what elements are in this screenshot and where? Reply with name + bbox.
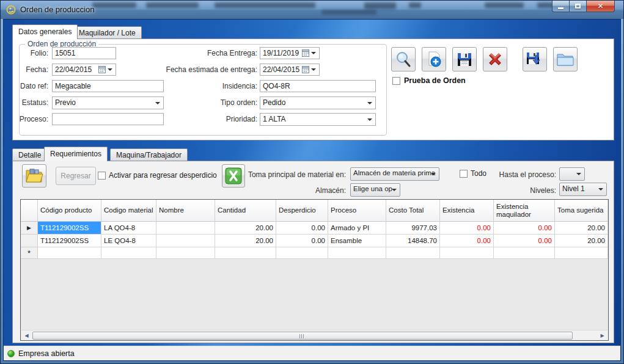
close-button[interactable]: ✕ xyxy=(586,1,615,12)
save-button[interactable] xyxy=(452,47,477,71)
app-window: Orden de produccion ✕ Datos generales Ma… xyxy=(0,0,624,364)
almacen-combobox[interactable]: Elige una op xyxy=(350,183,400,197)
cell-empty[interactable] xyxy=(440,247,494,259)
cell-empty[interactable] xyxy=(101,247,156,259)
cell-existencia-maquilador[interactable]: 0.00 xyxy=(494,222,555,235)
cell-desperdicio[interactable]: 0.00 xyxy=(276,222,328,235)
fecha-estimada-datepicker[interactable]: 22/04/2015 xyxy=(260,64,320,76)
table-row[interactable]: ▶ T112129002SS LA QO4-8 20.00 0.00 Armad… xyxy=(21,222,608,235)
prueba-orden-checkbox[interactable] xyxy=(392,77,400,85)
cell-costo-total[interactable]: 9977.03 xyxy=(386,222,440,235)
row-selector[interactable] xyxy=(21,235,38,247)
title-bar[interactable]: Orden de produccion ✕ xyxy=(1,1,623,19)
cell-existencia[interactable]: 0.00 xyxy=(440,235,494,247)
hasta-proceso-combobox[interactable] xyxy=(559,167,585,181)
table-row[interactable]: T112129002SS LE QO4-8 20.00 0.00 Ensambl… xyxy=(21,235,608,247)
cell-empty[interactable] xyxy=(156,247,215,259)
cell-empty[interactable] xyxy=(276,247,328,259)
search-button[interactable] xyxy=(391,47,416,71)
new-row-icon[interactable]: * xyxy=(21,247,38,259)
tab-datos-generales[interactable]: Datos generales xyxy=(12,24,78,39)
folio-input[interactable]: 15051 xyxy=(52,47,116,59)
cell-empty[interactable] xyxy=(494,247,555,259)
tipo-orden-value: Pedido xyxy=(263,98,285,107)
column-header[interactable]: Nombre xyxy=(156,200,215,222)
todo-checkbox[interactable] xyxy=(460,170,468,178)
glass-blur-artifact xyxy=(364,2,396,9)
cell-cantidad[interactable]: 20.00 xyxy=(215,222,276,235)
cell-proceso[interactable]: Ensamble xyxy=(328,235,386,247)
cell-costo-total[interactable]: 14848.70 xyxy=(386,235,440,247)
cell-codigo-producto[interactable]: T112129002SS xyxy=(38,235,101,247)
cell-empty[interactable] xyxy=(555,247,608,259)
open-button[interactable] xyxy=(553,47,578,71)
cell-nombre[interactable] xyxy=(156,235,215,247)
column-header[interactable]: Toma sugerida xyxy=(555,200,608,222)
maximize-button[interactable] xyxy=(570,1,586,12)
tab-maquilador-lote[interactable]: Maquilador / Lote xyxy=(73,26,142,39)
add-icon xyxy=(425,51,442,68)
fecha-label: Fecha: xyxy=(13,65,48,74)
tab-detalle[interactable]: Detalle xyxy=(12,148,47,161)
cell-codigo-material[interactable]: LE QO4-8 xyxy=(101,235,156,247)
toma-principal-combobox[interactable]: Almacén de materia prima xyxy=(350,167,439,181)
scrollbar-thumb[interactable] xyxy=(32,332,573,340)
open-requerimientos-button[interactable] xyxy=(22,164,46,187)
new-row[interactable]: * xyxy=(21,247,608,259)
save-icon xyxy=(456,51,473,68)
save-export-button[interactable] xyxy=(523,47,547,71)
fecha-datepicker[interactable]: 22/04/2015 xyxy=(52,64,116,76)
hasta-proceso-label: Hasta el proceso: xyxy=(495,170,556,179)
cell-empty[interactable] xyxy=(38,247,101,259)
window-title: Orden de produccion xyxy=(20,5,94,14)
column-header[interactable]: Proceso xyxy=(328,200,386,222)
regresar-desperdicio-checkbox[interactable] xyxy=(98,172,106,180)
fecha-entrega-datepicker[interactable]: 19/11/2019 xyxy=(260,47,320,59)
cell-empty[interactable] xyxy=(328,247,386,259)
niveles-combobox[interactable]: Nivel 1 xyxy=(559,183,607,196)
column-header[interactable]: Costo Total xyxy=(386,200,440,222)
open-folder-icon xyxy=(556,51,574,67)
column-header[interactable]: Codigo material xyxy=(101,200,156,222)
scroll-right-icon[interactable]: ▶ xyxy=(597,330,607,340)
tipo-orden-combobox[interactable]: Pedido xyxy=(260,96,376,109)
insidencia-input[interactable]: QO4-8R xyxy=(260,80,376,92)
cell-existencia-maquilador[interactable]: 0.00 xyxy=(494,235,555,247)
prioridad-combobox[interactable]: 1 ALTA xyxy=(260,113,376,126)
cell-toma-sugerida[interactable]: 20.00 xyxy=(555,235,608,247)
column-header[interactable]: Existencia xyxy=(440,200,494,222)
cell-empty[interactable] xyxy=(215,247,276,259)
client-area: Datos generales Maquilador / Lote Orden … xyxy=(3,19,621,361)
datos-generales-page: Orden de producción Folio: 15051 Fecha: … xyxy=(12,38,614,140)
niveles-value: Nivel 1 xyxy=(562,184,585,193)
almacen-value: Elige una op xyxy=(353,185,392,192)
open-folder-yellow-icon xyxy=(25,168,43,184)
column-header[interactable]: Existencia maquilador xyxy=(494,200,555,222)
cell-toma-sugerida[interactable]: 20.00 xyxy=(555,222,608,235)
cell-desperdicio[interactable]: 0.00 xyxy=(276,235,328,247)
cell-nombre[interactable] xyxy=(156,222,215,235)
close-icon: ✕ xyxy=(597,1,603,12)
calendar-icon xyxy=(98,66,106,73)
tab-maquina-trabajador[interactable]: Maquina/Trabajador xyxy=(110,148,188,161)
scroll-left-icon[interactable]: ◀ xyxy=(21,330,32,340)
cell-proceso[interactable]: Armado y PI xyxy=(328,222,386,235)
row-selector-icon[interactable]: ▶ xyxy=(21,222,38,235)
regresar-button[interactable]: Regresar xyxy=(56,167,96,185)
add-button[interactable] xyxy=(422,47,446,71)
cell-codigo-material[interactable]: LA QO4-8 xyxy=(101,222,156,235)
status-bar: Empresa abierta xyxy=(4,346,620,360)
column-header[interactable]: Desperdicio xyxy=(276,200,328,222)
tab-requerimientos[interactable]: Requerimientos xyxy=(44,147,108,161)
horizontal-scrollbar[interactable]: ◀ ▶ xyxy=(21,330,607,340)
column-header[interactable]: Cantidad xyxy=(215,200,276,222)
chevron-down-icon xyxy=(311,52,316,57)
cell-empty[interactable] xyxy=(386,247,440,259)
cell-codigo-producto[interactable]: T112129002SS xyxy=(38,222,101,235)
minimize-button[interactable] xyxy=(552,1,570,12)
column-header[interactable]: Código producto xyxy=(38,200,101,222)
cell-existencia[interactable]: 0.00 xyxy=(440,222,494,235)
prioridad-value: 1 ALTA xyxy=(263,115,286,123)
delete-button[interactable] xyxy=(483,47,507,71)
cell-cantidad[interactable]: 20.00 xyxy=(215,235,276,247)
